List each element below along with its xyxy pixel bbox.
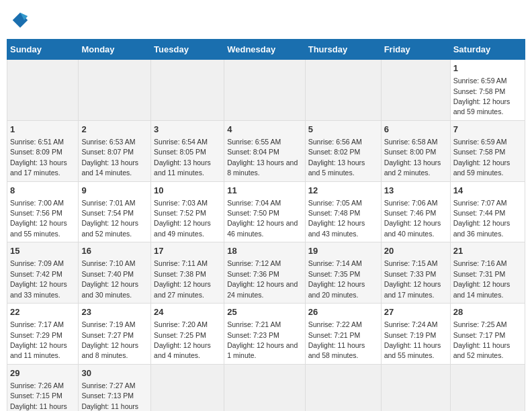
day-info: Sunrise: 7:11 AMSunset: 7:38 PMDaylight:… (154, 259, 211, 298)
day-info: Sunrise: 7:00 AMSunset: 7:56 PMDaylight:… (10, 199, 67, 238)
day-info: Sunrise: 6:59 AMSunset: 7:58 PMDaylight:… (453, 138, 511, 177)
day-info: Sunrise: 7:10 AMSunset: 7:40 PMDaylight:… (81, 259, 138, 298)
day-number: 1 (453, 62, 522, 75)
day-number: 6 (384, 124, 447, 136)
calendar-cell (224, 364, 306, 411)
calendar-cell: 17 Sunrise: 7:11 AMSunset: 7:38 PMDaylig… (151, 242, 224, 304)
day-info: Sunrise: 7:07 AMSunset: 7:44 PMDaylight:… (453, 199, 511, 238)
calendar-cell (305, 60, 381, 121)
calendar-cell: 7 Sunrise: 6:59 AMSunset: 7:58 PMDayligh… (450, 120, 525, 181)
day-number: 30 (81, 367, 148, 379)
calendar-cell: 10 Sunrise: 7:03 AMSunset: 7:52 PMDaylig… (151, 181, 224, 242)
day-number: 15 (10, 245, 75, 257)
header-cell-friday: Friday (381, 40, 450, 60)
day-info: Sunrise: 7:27 AMSunset: 7:13 PMDaylight:… (81, 381, 138, 411)
day-info: Sunrise: 6:53 AMSunset: 8:07 PMDaylight:… (81, 138, 138, 177)
calendar-cell: 18 Sunrise: 7:12 AMSunset: 7:36 PMDaylig… (224, 242, 306, 304)
day-info: Sunrise: 7:19 AMSunset: 7:27 PMDaylight:… (81, 320, 138, 359)
calendar-cell: 2 Sunrise: 6:53 AMSunset: 8:07 PMDayligh… (79, 120, 151, 181)
header-cell-tuesday: Tuesday (151, 40, 224, 60)
day-info: Sunrise: 7:12 AMSunset: 7:36 PMDaylight:… (227, 259, 298, 298)
calendar-cell (450, 364, 525, 411)
day-number: 14 (453, 185, 522, 197)
calendar-cell: 23 Sunrise: 7:19 AMSunset: 7:27 PMDaylig… (79, 304, 151, 365)
calendar-cell: 21 Sunrise: 7:16 AMSunset: 7:31 PMDaylig… (450, 242, 525, 304)
calendar-cell (305, 364, 381, 411)
day-number: 16 (81, 245, 148, 257)
day-info: Sunrise: 7:04 AMSunset: 7:50 PMDaylight:… (227, 199, 298, 238)
day-number: 8 (10, 185, 75, 197)
day-number: 4 (227, 124, 302, 136)
week-row: 15 Sunrise: 7:09 AMSunset: 7:42 PMDaylig… (7, 242, 525, 304)
week-row: 1 Sunrise: 6:51 AMSunset: 8:09 PMDayligh… (7, 120, 525, 181)
day-info: Sunrise: 7:21 AMSunset: 7:23 PMDaylight:… (227, 320, 298, 359)
day-info: Sunrise: 6:56 AMSunset: 8:02 PMDaylight:… (308, 138, 365, 177)
header-cell-sunday: Sunday (7, 40, 79, 60)
calendar-cell: 4 Sunrise: 6:55 AMSunset: 8:04 PMDayligh… (224, 120, 306, 181)
calendar-cell: 25 Sunrise: 7:21 AMSunset: 7:23 PMDaylig… (224, 304, 306, 365)
day-number: 7 (453, 124, 522, 136)
calendar-header: SundayMondayTuesdayWednesdayThursdayFrid… (7, 40, 525, 60)
day-info: Sunrise: 6:55 AMSunset: 8:04 PMDaylight:… (227, 138, 298, 177)
calendar-cell: 27 Sunrise: 7:24 AMSunset: 7:19 PMDaylig… (381, 304, 450, 365)
day-number: 1 (10, 124, 75, 136)
day-info: Sunrise: 6:59 AMSunset: 7:58 PMDaylight:… (453, 77, 511, 116)
calendar-cell (7, 60, 79, 121)
calendar-table: SundayMondayTuesdayWednesdayThursdayFrid… (7, 39, 525, 411)
day-number: 2 (81, 124, 148, 136)
calendar-cell: 26 Sunrise: 7:22 AMSunset: 7:21 PMDaylig… (305, 304, 381, 365)
day-info: Sunrise: 7:15 AMSunset: 7:33 PMDaylight:… (384, 259, 441, 298)
day-number: 28 (453, 306, 522, 318)
day-number: 12 (308, 185, 378, 197)
day-number: 19 (308, 245, 378, 257)
day-number: 23 (81, 306, 148, 318)
calendar-cell: 1 Sunrise: 6:51 AMSunset: 8:09 PMDayligh… (7, 120, 79, 181)
week-row: 1 Sunrise: 6:59 AMSunset: 7:58 PMDayligh… (7, 60, 525, 121)
header-cell-wednesday: Wednesday (224, 40, 306, 60)
day-number: 27 (384, 306, 447, 318)
week-row: 29 Sunrise: 7:26 AMSunset: 7:15 PMDaylig… (7, 364, 525, 411)
day-info: Sunrise: 7:24 AMSunset: 7:19 PMDaylight:… (384, 320, 441, 359)
week-row: 8 Sunrise: 7:00 AMSunset: 7:56 PMDayligh… (7, 181, 525, 242)
day-number: 11 (227, 185, 302, 197)
calendar-cell: 9 Sunrise: 7:01 AMSunset: 7:54 PMDayligh… (79, 181, 151, 242)
day-number: 22 (10, 306, 75, 318)
day-number: 26 (308, 306, 378, 318)
day-info: Sunrise: 6:54 AMSunset: 8:05 PMDaylight:… (154, 138, 211, 177)
day-info: Sunrise: 7:14 AMSunset: 7:35 PMDaylight:… (308, 259, 365, 298)
day-number: 3 (154, 124, 221, 136)
calendar-cell: 19 Sunrise: 7:14 AMSunset: 7:35 PMDaylig… (305, 242, 381, 304)
calendar-cell: 12 Sunrise: 7:05 AMSunset: 7:48 PMDaylig… (305, 181, 381, 242)
calendar-cell (151, 364, 224, 411)
calendar-cell: 28 Sunrise: 7:25 AMSunset: 7:17 PMDaylig… (450, 304, 525, 365)
calendar-cell: 3 Sunrise: 6:54 AMSunset: 8:05 PMDayligh… (151, 120, 224, 181)
day-number: 9 (81, 185, 148, 197)
calendar-cell: 30 Sunrise: 7:27 AMSunset: 7:13 PMDaylig… (79, 364, 151, 411)
calendar-cell: 20 Sunrise: 7:15 AMSunset: 7:33 PMDaylig… (381, 242, 450, 304)
day-info: Sunrise: 7:05 AMSunset: 7:48 PMDaylight:… (308, 199, 365, 238)
calendar-cell (79, 60, 151, 121)
day-info: Sunrise: 7:17 AMSunset: 7:29 PMDaylight:… (10, 320, 67, 359)
day-number: 5 (308, 124, 378, 136)
day-info: Sunrise: 7:03 AMSunset: 7:52 PMDaylight:… (154, 199, 211, 238)
calendar-cell (381, 364, 450, 411)
calendar-cell (224, 60, 306, 121)
header-cell-saturday: Saturday (450, 40, 525, 60)
day-info: Sunrise: 7:09 AMSunset: 7:42 PMDaylight:… (10, 259, 67, 298)
calendar-cell (151, 60, 224, 121)
calendar-cell: 13 Sunrise: 7:06 AMSunset: 7:46 PMDaylig… (381, 181, 450, 242)
calendar-cell: 29 Sunrise: 7:26 AMSunset: 7:15 PMDaylig… (7, 364, 79, 411)
logo-icon (10, 10, 30, 30)
day-number: 21 (453, 245, 522, 257)
calendar-cell: 1 Sunrise: 6:59 AMSunset: 7:58 PMDayligh… (450, 60, 525, 121)
day-info: Sunrise: 7:26 AMSunset: 7:15 PMDaylight:… (10, 381, 67, 411)
week-row: 22 Sunrise: 7:17 AMSunset: 7:29 PMDaylig… (7, 304, 525, 365)
day-number: 10 (154, 185, 221, 197)
day-number: 29 (10, 367, 75, 379)
calendar-cell: 15 Sunrise: 7:09 AMSunset: 7:42 PMDaylig… (7, 242, 79, 304)
page-header (7, 7, 525, 34)
calendar-cell: 14 Sunrise: 7:07 AMSunset: 7:44 PMDaylig… (450, 181, 525, 242)
calendar-cell: 11 Sunrise: 7:04 AMSunset: 7:50 PMDaylig… (224, 181, 306, 242)
calendar-cell: 24 Sunrise: 7:20 AMSunset: 7:25 PMDaylig… (151, 304, 224, 365)
header-row: SundayMondayTuesdayWednesdayThursdayFrid… (7, 40, 525, 60)
